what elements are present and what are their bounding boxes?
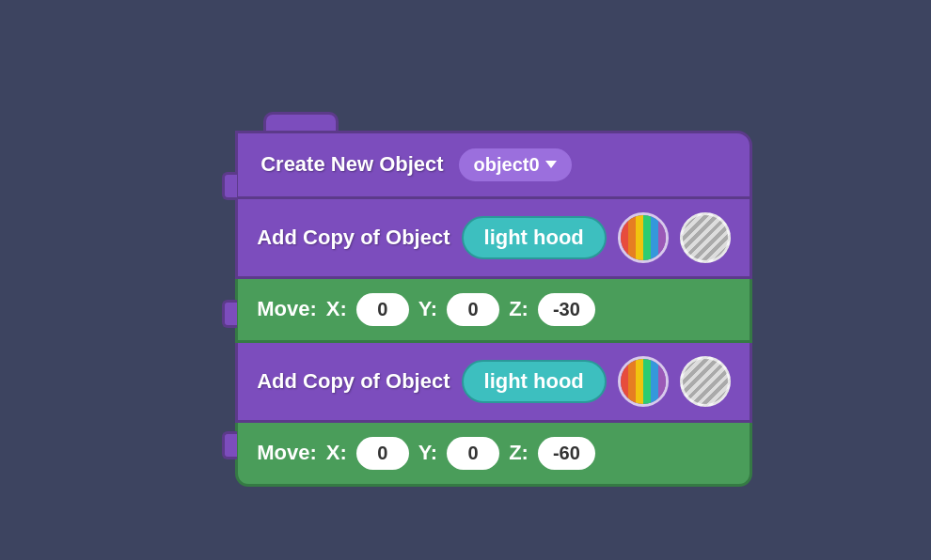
create-label: Create New Object — [260, 152, 443, 177]
move-label-1: Move: — [257, 297, 317, 321]
stripe-blue-1 — [651, 215, 658, 260]
move-block-1: Move: X: 0 Y: 0 Z: -30 — [235, 279, 752, 343]
stripe-yellow-1 — [636, 215, 643, 260]
move-label-2: Move: — [257, 441, 317, 465]
gray-circle-2[interactable] — [680, 356, 731, 407]
stripe-orange-1 — [628, 215, 636, 260]
stripe-green-1 — [643, 215, 651, 260]
left-connector-3 — [222, 431, 237, 459]
object-dropdown[interactable]: object0 — [457, 147, 574, 183]
color-circle-1[interactable] — [618, 212, 669, 263]
y-input-2[interactable]: 0 — [447, 437, 499, 470]
y-input-1[interactable]: 0 — [447, 293, 499, 326]
z-label-1: Z: — [509, 297, 529, 321]
add-copy-block-2: Add Copy of Object light hood — [235, 343, 752, 423]
left-connector-1 — [222, 172, 237, 200]
blocks-container: Create New Object object0 Add Copy of Ob… — [235, 112, 752, 487]
object-dropdown-value: object0 — [474, 154, 540, 176]
stripe-blue-2 — [651, 359, 658, 404]
z-input-2[interactable]: -60 — [538, 437, 595, 470]
object-pill-1[interactable]: light hood — [462, 216, 607, 259]
y-label-2: Y: — [418, 441, 437, 465]
x-input-1[interactable]: 0 — [356, 293, 409, 326]
dropdown-arrow-icon — [545, 161, 557, 168]
x-label-1: X: — [326, 297, 347, 321]
object-name-2: light hood — [484, 369, 584, 393]
move-block-2: Move: X: 0 Y: 0 Z: -60 — [235, 423, 752, 487]
add-copy-label-2: Add Copy of Object — [257, 369, 450, 394]
x-input-2[interactable]: 0 — [356, 437, 409, 470]
stripe-red-2 — [621, 359, 628, 404]
create-block: Create New Object object0 — [235, 131, 752, 199]
color-circle-2[interactable] — [618, 356, 669, 407]
stripe-purple-1 — [658, 215, 666, 260]
z-input-1[interactable]: -30 — [538, 293, 595, 326]
z-label-2: Z: — [509, 441, 529, 465]
gray-circle-1[interactable] — [680, 212, 731, 263]
y-label-1: Y: — [418, 297, 437, 321]
add-copy-label-1: Add Copy of Object — [257, 226, 450, 250]
add-copy-block-1: Add Copy of Object light hood — [235, 199, 752, 279]
stripe-orange-2 — [628, 359, 636, 404]
object-name-1: light hood — [484, 226, 584, 249]
hat-bump — [263, 112, 339, 131]
object-pill-2[interactable]: light hood — [462, 360, 607, 403]
stripe-red-1 — [621, 215, 628, 260]
left-connector-2 — [222, 300, 237, 328]
stripe-green-2 — [643, 359, 651, 404]
stripe-yellow-2 — [636, 359, 643, 404]
x-label-2: X: — [326, 441, 347, 465]
stripe-purple-2 — [658, 359, 666, 404]
